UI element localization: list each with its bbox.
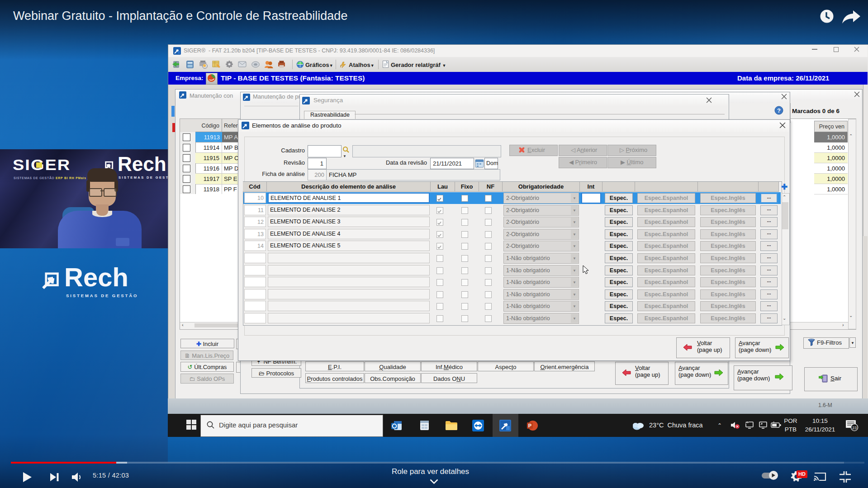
svg-text:?: ? xyxy=(777,107,781,114)
svg-text:P: P xyxy=(528,423,531,428)
svg-text:23: 23 xyxy=(852,426,857,430)
